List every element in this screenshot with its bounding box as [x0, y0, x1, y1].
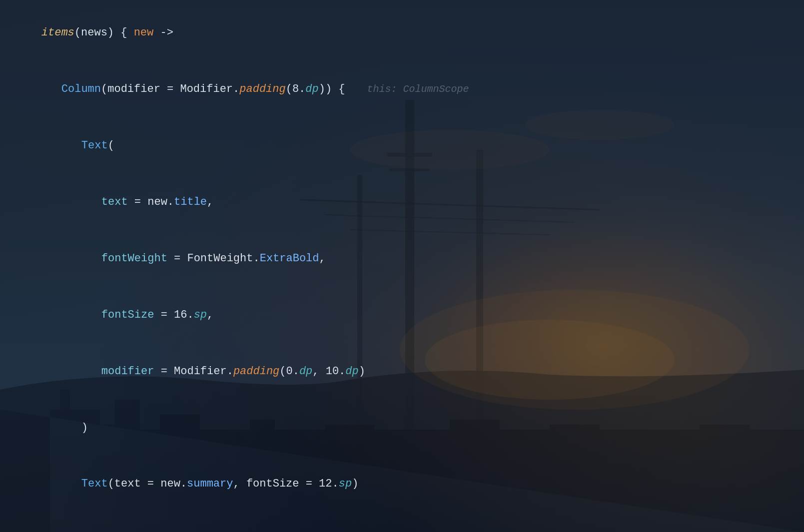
token: new [134, 26, 154, 39]
token: dp [345, 365, 358, 378]
token: = 16. [154, 309, 193, 321]
token: ) [352, 478, 358, 490]
code-line-6: fontSize = 16.sp, [75, 287, 804, 343]
token: Text [81, 139, 108, 152]
token: = FontWeight. [167, 252, 260, 265]
token: = Modifier. [154, 365, 233, 378]
token: padding [239, 83, 285, 95]
token: ) [81, 422, 88, 434]
token: (news) { [74, 26, 134, 39]
token: = new. [128, 196, 174, 208]
token: ExtraBold [260, 252, 319, 265]
token: Text [81, 478, 108, 490]
code-line-3: Text( [55, 118, 804, 174]
code-line-7: modifier = Modifier.padding(0.dp, 10.dp) [75, 343, 804, 400]
token: , [207, 309, 213, 321]
token: fontWeight [101, 252, 167, 265]
token: text [101, 196, 128, 208]
token: sp [339, 478, 352, 490]
code-line-8: ) [55, 400, 804, 456]
code-editor: items(news) { new -> Column(modifier = M… [0, 0, 804, 532]
code-line-10: Row(modifier = Modifier.padding(0.dp, 10… [55, 513, 804, 532]
token: dp [305, 83, 318, 95]
token: fontSize [101, 309, 154, 321]
code-line-2: Column(modifier = Modifier.padding(8.dp)… [35, 61, 804, 118]
token: (8. [286, 83, 306, 95]
token: , [207, 196, 213, 208]
token: (modifier = Modifier. [101, 83, 239, 95]
token: (0. [279, 365, 299, 378]
hint-column-scope: this: ColumnScope [355, 83, 469, 95]
token: Column [61, 83, 101, 95]
token: , [319, 252, 326, 265]
token: -> [153, 26, 173, 39]
token: summary [187, 478, 233, 490]
token: , fontSize = 12. [233, 478, 338, 490]
token: modifier [101, 365, 154, 378]
token: title [174, 196, 207, 208]
token: dp [299, 365, 312, 378]
token: ) [359, 365, 365, 378]
code-line-9: Text(text = new.summary, fontSize = 12.s… [55, 456, 804, 513]
token: (text = new. [108, 478, 187, 490]
token: )) { [319, 83, 345, 95]
code-line-4: text = new.title, [75, 174, 804, 231]
token: padding [233, 365, 279, 378]
token: ( [108, 139, 114, 152]
code-line-5: fontWeight = FontWeight.ExtraBold, [75, 231, 804, 287]
code-line-1: items(news) { new -> [15, 5, 804, 61]
token: items [41, 26, 74, 39]
token: sp [194, 309, 207, 321]
token: , 10. [312, 365, 345, 378]
